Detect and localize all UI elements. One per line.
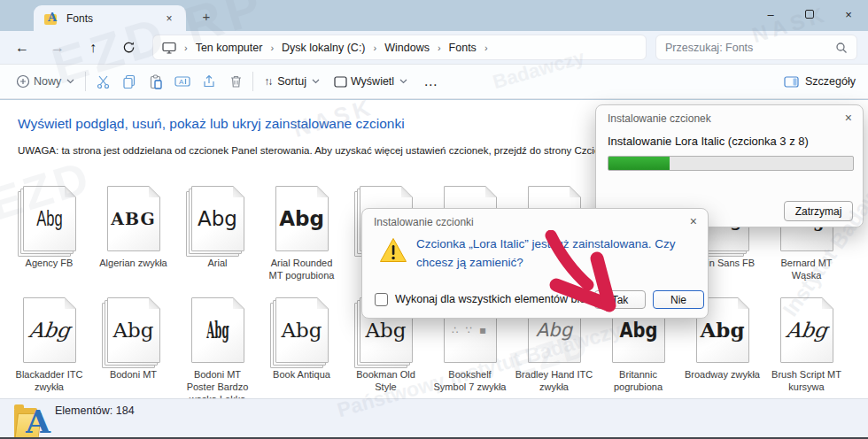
font-tile[interactable]: ABG Algerian zwykła	[91, 179, 175, 282]
breadcrumb-separator: ›	[184, 42, 188, 53]
toolbar-divider	[252, 72, 253, 91]
font-tile-label: Arial Rounded MT pogrubiona	[269, 257, 335, 282]
more-options-button[interactable]: …	[415, 73, 447, 89]
breadcrumb[interactable]: ›Ten komputer›Dysk lokalny (C:)›Windows›…	[152, 35, 647, 60]
back-button[interactable]: ←	[9, 35, 35, 60]
font-file-icon: Abg	[107, 297, 160, 363]
page-fold	[233, 186, 244, 197]
font-tile[interactable]: Abg Blackadder ITC zwykła	[7, 290, 91, 398]
breadcrumb-separator: ›	[374, 42, 377, 53]
progress-fill	[608, 157, 670, 170]
progress-bar	[608, 156, 854, 171]
stop-button[interactable]: Zatrzymaj	[784, 201, 853, 221]
breadcrumb-item[interactable]: Fonts	[449, 42, 477, 54]
command-toolbar: Nowy A ↑↓ Sortuj Wyświetl … Szczegóły	[0, 64, 868, 99]
close-icon[interactable]: ×	[690, 214, 697, 228]
font-tile[interactable]: Abg Arial Rounded MT pogrubiona	[260, 179, 344, 282]
forward-button: →	[44, 35, 71, 60]
close-icon[interactable]: ×	[845, 111, 852, 125]
sort-button[interactable]: ↑↓ Sortuj	[257, 75, 327, 88]
page-fold	[570, 186, 581, 197]
no-button[interactable]: Nie	[653, 290, 704, 309]
breadcrumb-separator: ›	[438, 42, 441, 53]
yes-button[interactable]: Tak	[594, 290, 646, 309]
font-tile[interactable]: Abg Brush Script MT kursywa	[764, 290, 849, 398]
maximize-button[interactable]	[790, 0, 829, 28]
trash-icon	[229, 74, 243, 89]
dialog-title: Instalowanie czcionki	[374, 216, 474, 228]
font-tile[interactable]: Abg Bodoni MT Poster Bardzo wąska Lekka	[175, 290, 260, 398]
page-fold	[149, 297, 160, 309]
warning-icon	[379, 237, 407, 263]
tab-title: Fonts	[66, 12, 161, 25]
details-pane-icon	[784, 76, 799, 88]
apply-to-all-checkbox[interactable]	[375, 293, 388, 306]
delete-button[interactable]	[222, 68, 249, 95]
rename-button[interactable]: A	[169, 68, 196, 95]
computer-icon	[162, 42, 176, 54]
page-fold	[401, 186, 413, 197]
font-preview-glyph: Abg	[205, 298, 229, 362]
breadcrumb-separator: ›	[270, 42, 274, 53]
font-tile[interactable]: Abg Bodoni MT	[91, 290, 175, 398]
svg-text:A: A	[179, 78, 184, 86]
cut-icon	[96, 74, 111, 89]
breadcrumb-item[interactable]: Dysk lokalny (C:)	[282, 42, 365, 54]
plus-circle-icon	[16, 74, 30, 89]
minimize-button[interactable]: –	[751, 0, 790, 28]
page-fold	[149, 186, 160, 197]
font-preview-glyph: Abg	[31, 187, 68, 250]
font-file-icon: Abg	[275, 297, 329, 363]
page-fold	[485, 186, 497, 197]
breadcrumb-item[interactable]: Ten komputer	[196, 42, 263, 54]
new-button[interactable]: Nowy	[9, 74, 81, 89]
paste-button[interactable]	[143, 68, 169, 95]
search-box[interactable]	[655, 35, 857, 60]
view-button-label: Wyświetl	[351, 75, 394, 88]
breadcrumb-items: ›Ten komputer›Dysk lokalny (C:)›Windows›…	[176, 42, 496, 54]
font-tile[interactable]: Abg Arial	[175, 179, 260, 282]
font-file-icon: Abg	[23, 186, 76, 251]
view-button[interactable]: Wyświetl	[327, 75, 415, 88]
font-tile-label: Bodoni MT	[110, 368, 157, 381]
toolbar-divider	[85, 72, 86, 91]
font-tile-label: Agency FB	[26, 257, 74, 269]
title-bar: A Fonts × + – ×	[0, 0, 868, 31]
tab-fonts[interactable]: A Fonts ×	[34, 5, 186, 31]
share-button[interactable]	[196, 68, 222, 95]
breadcrumb-item[interactable]: Windows	[384, 42, 430, 54]
font-file-icon: Abg	[275, 186, 329, 251]
details-button-label: Szczegóły	[805, 75, 856, 88]
dialog-title: Instalowanie czcionek	[608, 112, 711, 125]
page-fold	[822, 297, 833, 309]
copy-button[interactable]	[116, 68, 143, 95]
up-button[interactable]: ↑	[80, 35, 106, 60]
font-tile-label: Bookman Old Style	[356, 368, 415, 394]
cut-button[interactable]	[89, 68, 116, 95]
details-pane-button[interactable]: Szczegóły	[784, 75, 856, 88]
breadcrumb-separator: ›	[484, 42, 488, 53]
chevron-down-icon	[399, 79, 407, 84]
search-icon	[835, 42, 848, 54]
font-file-icon: ABG	[107, 186, 160, 251]
font-tile-label: Bradley Hand ITC zwykła	[515, 368, 593, 394]
new-tab-button[interactable]: +	[198, 8, 214, 24]
font-tile-label: Broadway zwykła	[685, 368, 760, 381]
refresh-button[interactable]	[115, 35, 142, 60]
search-input[interactable]	[665, 42, 835, 54]
font-tile[interactable]: Abg Book Antiqua	[260, 290, 344, 398]
page-fold	[65, 186, 76, 197]
new-button-label: Nowy	[34, 75, 61, 88]
font-tile-label: Britannic pogrubiona	[614, 368, 663, 394]
font-tile-label: Bernard MT Wąska	[780, 257, 832, 282]
close-button[interactable]: ×	[829, 0, 868, 28]
checkbox-label: Wykonaj dla wszystkich elementów bieżący…	[395, 293, 620, 305]
view-icon	[334, 76, 347, 88]
font-file-icon: Abg	[780, 297, 833, 363]
page-fold	[233, 297, 244, 309]
page-fold	[317, 297, 329, 309]
chevron-down-icon	[66, 79, 74, 84]
sort-arrows-icon: ↑↓	[264, 75, 271, 88]
tab-close-icon[interactable]: ×	[161, 11, 177, 27]
font-tile[interactable]: Abg Agency FB	[7, 179, 91, 282]
